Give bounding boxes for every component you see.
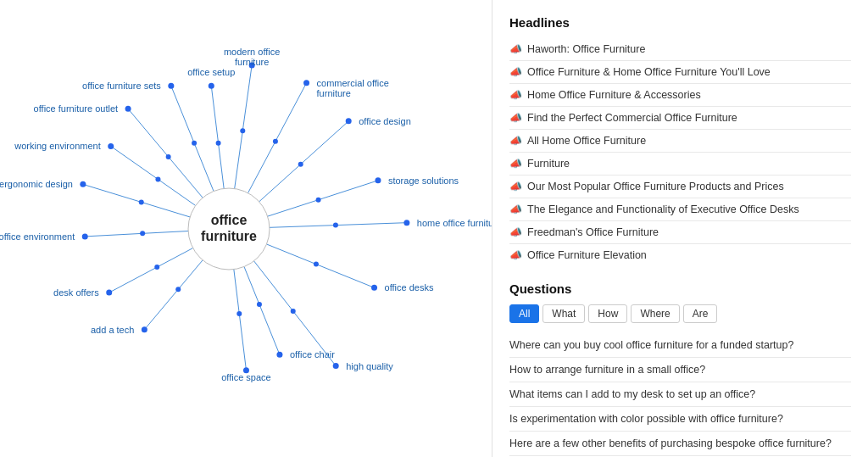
svg-point-9 [276,352,282,358]
headline-item[interactable]: 📣Freedman's Office Furniture [509,221,851,244]
svg-line-40 [268,181,378,216]
svg-line-52 [171,86,214,191]
svg-line-8 [244,267,280,355]
question-item[interactable]: How to arrange furniture in a small offi… [509,358,851,382]
svg-text:office setup: office setup [187,67,235,77]
svg-point-26 [314,262,319,267]
svg-text:office furniture sets: office furniture sets [82,81,161,91]
svg-line-64 [235,65,252,189]
questions-section: Questions AllWhatHowWhereAre Where can y… [509,281,851,457]
svg-point-41 [375,177,381,183]
headline-item[interactable]: 📣Furniture [509,153,851,176]
question-item[interactable]: Where can you buy cool office furniture … [509,333,851,358]
svg-point-38 [155,176,160,181]
megaphone-icon: 📣 [509,89,522,101]
svg-point-58 [273,139,278,144]
svg-point-45 [125,106,131,112]
svg-point-25 [371,285,377,291]
svg-point-42 [316,198,321,203]
filter-tab-are[interactable]: Are [683,304,718,323]
filter-tab-how[interactable]: How [588,304,627,323]
headline-item[interactable]: 📣The Elegance and Functionality of Execu… [509,198,851,221]
headlines-title: Headlines [509,15,851,30]
svg-point-29 [80,181,86,187]
headline-item[interactable]: 📣Home Office Furniture & Accessories [509,84,851,107]
svg-point-5 [106,290,112,296]
svg-point-37 [108,143,114,149]
svg-point-50 [298,162,303,167]
headline-text: Home Office Furniture & Accessories [527,89,701,101]
question-item[interactable]: What items can I add to my desk to set u… [509,382,851,407]
svg-line-20 [85,231,188,237]
svg-point-34 [333,223,338,228]
svg-point-53 [168,83,174,89]
svg-line-4 [109,248,193,293]
questions-list: Where can you buy cool office furniture … [509,333,851,457]
headline-text: The Elegance and Functionality of Execut… [527,203,799,215]
svg-point-10 [257,302,262,307]
svg-line-12 [234,270,247,371]
svg-line-28 [83,184,190,217]
questions-title: Questions [509,281,851,296]
svg-point-21 [82,233,88,239]
svg-text:office desks: office desks [385,282,434,293]
headline-item[interactable]: 📣Office Furniture Elevation [509,244,851,266]
filter-tab-where[interactable]: Where [631,304,679,323]
svg-text:home office furniture: home office furniture [417,218,492,228]
megaphone-icon: 📣 [509,135,522,147]
mindmap-panel: add a techdesk offersoffice chairoffice … [0,0,492,457]
svg-text:office space: office space [221,372,271,382]
svg-point-2 [175,287,181,292]
headline-item[interactable]: 📣Our Most Popular Office Furniture Produ… [509,176,851,198]
svg-point-17 [333,363,339,369]
svg-point-18 [291,309,296,314]
headlines-list: 📣Haworth: Office Furniture📣Office Furnit… [509,38,851,266]
svg-line-48 [259,121,349,202]
svg-point-66 [240,128,245,133]
question-item[interactable]: Is experimentation with color possible w… [509,407,851,432]
svg-text:ergonomic design: ergonomic design [0,179,73,189]
right-panel: Headlines 📣Haworth: Office Furniture📣Off… [492,0,868,457]
svg-point-33 [403,220,409,226]
svg-point-57 [303,80,309,86]
filter-tab-all[interactable]: All [509,304,539,323]
svg-point-49 [346,118,352,124]
svg-text:office environment: office environment [0,231,75,242]
filter-tabs: AllWhatHowWhereAre [509,304,851,323]
svg-text:office furniture outlet: office furniture outlet [34,103,118,114]
svg-line-0 [144,260,203,330]
svg-text:storage solutions: storage solutions [388,176,459,186]
svg-text:office design: office design [359,116,411,126]
headline-item[interactable]: 📣Office Furniture & Home Office Furnitur… [509,61,851,84]
headline-text: Furniture [527,158,570,170]
megaphone-icon: 📣 [509,226,522,238]
svg-line-60 [211,86,224,188]
headline-item[interactable]: 📣Haworth: Office Furniture [509,38,851,61]
svg-point-14 [236,311,242,316]
svg-text:high quality: high quality [346,361,393,371]
svg-point-54 [192,141,197,146]
headline-item[interactable]: 📣Find the Perfect Commercial Office Furn… [509,107,851,130]
headline-text: Haworth: Office Furniture [527,43,645,55]
headline-text: Our Most Popular Office Furniture Produc… [527,181,784,192]
svg-text:working environment: working environment [14,141,101,151]
question-item[interactable]: Here are a few other benefits of purchas… [509,432,851,456]
svg-point-62 [216,141,221,146]
svg-text:commercial officefurniture: commercial officefurniture [317,78,389,98]
svg-point-22 [140,231,145,236]
megaphone-icon: 📣 [509,66,522,78]
svg-text:modern officefurniture: modern officefurniture [224,47,280,67]
svg-text:add a tech: add a tech [91,325,134,335]
headline-item[interactable]: 📣All Home Office Furniture [509,130,851,153]
megaphone-icon: 📣 [509,112,522,124]
headline-text: Freedman's Office Furniture [527,226,659,238]
svg-text:desk offers: desk offers [53,287,99,298]
megaphone-icon: 📣 [509,181,522,192]
filter-tab-what[interactable]: What [542,304,585,323]
megaphone-icon: 📣 [509,158,522,170]
headline-text: All Home Office Furniture [527,135,646,147]
headline-text: Office Furniture Elevation [527,249,647,261]
svg-text:office chair: office chair [290,349,335,359]
svg-point-46 [166,154,171,159]
svg-point-30 [139,199,144,204]
